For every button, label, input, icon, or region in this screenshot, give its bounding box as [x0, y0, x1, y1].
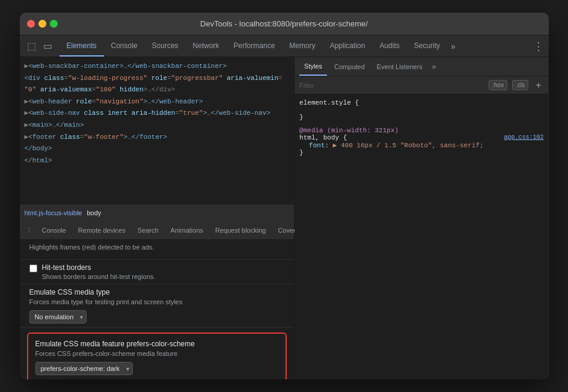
html-tree[interactable]: ▶<web-snackbar-container>…</web-snackbar… [20, 57, 295, 204]
tab-console[interactable]: Console [104, 35, 145, 57]
css-selector-html-body: html, body { [299, 134, 347, 141]
breadcrumb-item-body[interactable]: body [87, 209, 101, 216]
emulate-media-type-select-wrapper: No emulation print screen [29, 310, 87, 323]
device-icon[interactable]: ▭ [41, 39, 55, 53]
html-line: ▶<footer class="w-footer">…</footer> [25, 132, 290, 144]
css-source-link[interactable]: app.css:102 [504, 134, 543, 141]
more-options-icon[interactable]: ⋮ [533, 40, 544, 53]
emulate-color-scheme-select-wrapper: No emulation prefers-color-scheme: light… [35, 362, 133, 375]
css-close-brace: } [299, 114, 304, 121]
emulate-color-scheme-desc: Forces CSS prefers-color-scheme media fe… [35, 350, 279, 357]
tab-sources[interactable]: Sources [145, 35, 186, 57]
elements-panel: ▶<web-snackbar-container>…</web-snackbar… [20, 57, 295, 379]
emulate-media-type-select[interactable]: No emulation print screen [29, 310, 87, 323]
styles-filter-input[interactable] [299, 82, 484, 89]
sub-tab-remote-devices[interactable]: Remote devices [72, 221, 132, 239]
hit-test-checkbox[interactable] [29, 265, 37, 272]
html-line: ▶<main>…</main> [25, 120, 290, 132]
styles-tab-styles[interactable]: Styles [299, 57, 327, 76]
tab-overflow-icon[interactable]: » [447, 41, 459, 51]
css-empty-placeholder [309, 106, 313, 114]
ad-highlights-desc: Highlights frames (red) detected to be a… [29, 243, 285, 251]
hit-test-section: Hit-test borders Shows borders around hi… [20, 260, 295, 284]
rendering-panel: Highlights frames (red) detected to be a… [20, 240, 295, 379]
tab-network[interactable]: Network [186, 35, 227, 57]
hov-button[interactable]: :hov [489, 80, 507, 90]
html-line: </body> [25, 143, 290, 155]
html-line: "0" aria-valuemax="100" hidden>…</div> [25, 84, 290, 96]
hit-test-desc: Shows borders around hit-test regions. [42, 273, 156, 280]
add-style-rule-icon[interactable]: + [533, 80, 543, 91]
css-rule-media: @media (min-width: 321px) html, body { a… [299, 127, 543, 156]
html-line: </html> [25, 155, 290, 167]
styles-filter-bar: :hov .cls + [295, 76, 548, 94]
drawer-toolbar: ⋮ Console Remote devices Search Animatio… [20, 221, 295, 240]
emulate-media-type-section: Emulate CSS media type Forces media type… [20, 284, 295, 328]
tab-application[interactable]: Application [323, 35, 373, 57]
styles-panel: Styles Computed Event Listeners » :hov .… [295, 57, 548, 379]
sub-tab-animations[interactable]: Animations [165, 221, 209, 239]
main-panels: ▶<web-snackbar-container>…</web-snackbar… [20, 57, 549, 379]
emulate-color-scheme-select[interactable]: No emulation prefers-color-scheme: light… [35, 362, 133, 375]
breadcrumb: html.js-focus-visible body [20, 204, 295, 221]
css-media-query: @media (min-width: 321px) [299, 127, 399, 134]
css-selector: element.style { [299, 99, 359, 106]
tab-elements[interactable]: Elements [60, 35, 104, 57]
tab-audits[interactable]: Audits [372, 35, 406, 57]
sub-tab-request-blocking[interactable]: Request blocking [209, 221, 272, 239]
close-button[interactable] [27, 20, 35, 28]
css-property-font: font: [309, 142, 329, 149]
emulate-color-scheme-label: Emulate CSS media feature prefers-color-… [35, 340, 279, 348]
hit-test-label: Hit-test borders [42, 263, 156, 272]
window-title: DevTools - localhost:8080/prefers-color-… [200, 19, 368, 28]
cls-button[interactable]: .cls [512, 80, 528, 90]
cursor-icon[interactable]: ⬚ [25, 39, 38, 53]
emulate-color-scheme-section: Emulate CSS media feature prefers-color-… [27, 332, 287, 379]
emulate-media-type-desc: Forces media type for testing print and … [29, 298, 285, 305]
styles-tab-overflow-icon[interactable]: » [430, 63, 439, 71]
drawer-menu-icon[interactable]: ⋮ [22, 224, 36, 236]
hit-test-row: Hit-test borders Shows borders around hi… [29, 263, 285, 280]
breadcrumb-item-html[interactable]: html.js-focus-visible [25, 209, 82, 216]
styles-tab-computed[interactable]: Computed [329, 57, 370, 76]
tab-performance[interactable]: Performance [227, 35, 282, 57]
html-line: <div class="w-loading-progress" role="pr… [25, 73, 290, 85]
emulate-media-type-label: Emulate CSS media type [29, 288, 285, 296]
main-toolbar: ⬚ ▭ Elements Console Sources Network Per… [20, 35, 549, 57]
main-tab-list: Elements Console Sources Network Perform… [60, 35, 459, 57]
sub-tab-search[interactable]: Search [132, 221, 165, 239]
tab-memory[interactable]: Memory [282, 35, 322, 57]
styles-toolbar: Styles Computed Event Listeners » [295, 57, 548, 76]
maximize-button[interactable] [50, 20, 58, 28]
css-value-font: ▶ 400 16px / 1.5 "Roboto", sans-serif; [333, 142, 484, 149]
tab-security[interactable]: Security [407, 35, 447, 57]
ad-highlights-section: Highlights frames (red) detected to be a… [20, 240, 295, 260]
html-line: ▶<web-header role="navigation">…</web-he… [25, 96, 290, 108]
titlebar: DevTools - localhost:8080/prefers-color-… [20, 13, 549, 35]
styles-tab-event-listeners[interactable]: Event Listeners [372, 57, 427, 76]
toolbar-icons: ⬚ ▭ [25, 39, 55, 53]
minimize-button[interactable] [38, 20, 46, 28]
sub-tab-console[interactable]: Console [36, 221, 72, 239]
styles-content: element.style { } @media (min-width: 321… [295, 94, 548, 379]
traffic-lights [27, 20, 58, 28]
devtools-body: ⬚ ▭ Elements Console Sources Network Per… [20, 35, 549, 379]
devtools-window: DevTools - localhost:8080/prefers-color-… [20, 13, 549, 379]
css-rule-element-style: element.style { } [299, 99, 543, 121]
html-line: ▶<web-snackbar-container>…</web-snackbar… [25, 61, 290, 73]
html-line: ▶<web-side-nav class inert aria-hidden="… [25, 108, 290, 120]
css-close-brace-2: } [299, 149, 304, 156]
